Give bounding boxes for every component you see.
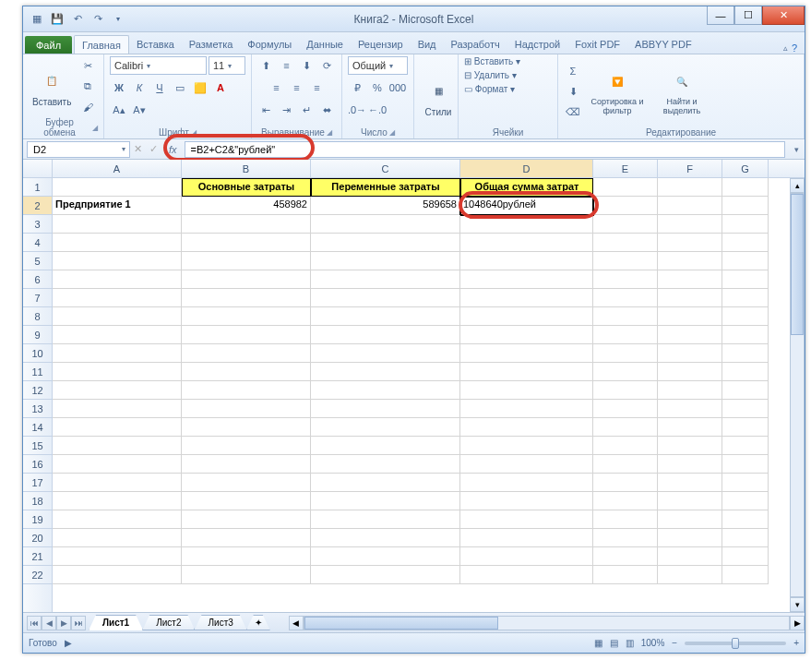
cell-F14[interactable] — [658, 418, 722, 437]
cell-F18[interactable] — [658, 492, 722, 510]
name-box[interactable]: D2 ▾ — [27, 141, 130, 158]
cell-C18[interactable] — [311, 492, 460, 510]
cell-A4[interactable] — [53, 234, 182, 252]
font-name-combo[interactable]: Calibri▾ — [110, 56, 207, 75]
cell-C20[interactable] — [311, 529, 460, 547]
cell-D20[interactable] — [460, 529, 593, 547]
cell-D22[interactable] — [460, 566, 593, 584]
cell-E10[interactable] — [593, 344, 658, 363]
row-header-20[interactable]: 20 — [23, 529, 52, 547]
cell-G16[interactable] — [722, 455, 769, 474]
cell-A10[interactable] — [53, 344, 182, 363]
cell-C16[interactable] — [311, 455, 460, 474]
zoom-level[interactable]: 100% — [641, 638, 665, 648]
save-icon[interactable]: 💾 — [49, 11, 66, 28]
cell-F19[interactable] — [658, 510, 722, 529]
cell-G19[interactable] — [722, 510, 769, 529]
cell-C17[interactable] — [311, 474, 460, 492]
insert-cells-button[interactable]: ⊞ Вставить ▾ — [464, 56, 520, 66]
row-header-2[interactable]: 2 — [23, 197, 52, 215]
cell-F1[interactable] — [658, 178, 722, 197]
ribbon-tab-0[interactable]: Главная — [74, 35, 129, 54]
cell-C10[interactable] — [311, 344, 460, 363]
fx-icon[interactable]: fx — [161, 144, 185, 155]
cell-D15[interactable] — [460, 437, 593, 455]
cell-E15[interactable] — [593, 437, 658, 455]
row-header-3[interactable]: 3 — [23, 215, 52, 234]
vscroll-track[interactable] — [790, 193, 805, 597]
scroll-up-icon[interactable]: ▴ — [790, 178, 805, 193]
new-sheet-button[interactable]: ✦ — [246, 615, 270, 630]
row-header-19[interactable]: 19 — [23, 510, 52, 529]
decrease-indent-icon[interactable]: ⇤ — [257, 101, 276, 119]
cell-E5[interactable] — [593, 252, 658, 270]
tab-next-icon[interactable]: ▶ — [56, 616, 71, 630]
view-normal-icon[interactable]: ▦ — [594, 638, 602, 648]
cell-E17[interactable] — [593, 474, 658, 492]
cell-E9[interactable] — [593, 326, 658, 344]
cell-B14[interactable] — [182, 418, 311, 437]
shrink-font-icon[interactable]: A▾ — [130, 101, 149, 119]
autosum-icon[interactable]: Σ — [564, 62, 582, 80]
row-header-15[interactable]: 15 — [23, 437, 52, 455]
merge-icon[interactable]: ⬌ — [318, 101, 337, 119]
cell-F22[interactable] — [658, 566, 722, 584]
cell-D14[interactable] — [460, 418, 593, 437]
cell-G17[interactable] — [722, 474, 769, 492]
cell-B17[interactable] — [182, 474, 311, 492]
cell-F16[interactable] — [658, 455, 722, 474]
cell-E3[interactable] — [593, 215, 658, 234]
cell-E1[interactable] — [593, 178, 658, 197]
cell-A11[interactable] — [53, 363, 182, 381]
cell-E16[interactable] — [593, 455, 658, 474]
cell-G7[interactable] — [722, 289, 769, 307]
row-header-18[interactable]: 18 — [23, 492, 52, 510]
decrease-decimal-icon[interactable]: ←.0 — [368, 101, 387, 119]
comma-icon[interactable]: 000 — [388, 78, 407, 97]
cell-B15[interactable] — [182, 437, 311, 455]
cell-F10[interactable] — [658, 344, 722, 363]
cell-F20[interactable] — [658, 529, 722, 547]
cell-A6[interactable] — [53, 270, 182, 289]
sheet-tab-0[interactable]: Лист1 — [89, 615, 143, 630]
cell-F11[interactable] — [658, 363, 722, 381]
cell-C4[interactable] — [311, 234, 460, 252]
align-middle-icon[interactable]: ≡ — [278, 56, 296, 75]
increase-decimal-icon[interactable]: .0→ — [348, 101, 366, 119]
cell-A2[interactable]: Предприятие 1 — [53, 197, 182, 215]
ribbon-help[interactable]: ▵ ? — [776, 42, 805, 54]
cell-E11[interactable] — [593, 363, 658, 381]
cell-G5[interactable] — [722, 252, 769, 270]
cell-E18[interactable] — [593, 492, 658, 510]
cell-G18[interactable] — [722, 492, 769, 510]
cell-C9[interactable] — [311, 326, 460, 344]
cell-A21[interactable] — [53, 547, 182, 566]
fill-color-button[interactable]: 🟨 — [191, 78, 209, 97]
number-format-combo[interactable]: Общий▾ — [348, 56, 408, 75]
cut-icon[interactable]: ✂ — [78, 57, 97, 76]
sheet-tab-1[interactable]: Лист2 — [142, 615, 195, 630]
cell-F4[interactable] — [658, 234, 722, 252]
undo-icon[interactable]: ↶ — [69, 11, 86, 28]
cell-E7[interactable] — [593, 289, 658, 307]
cell-C1[interactable]: Переменные затраты — [311, 178, 460, 197]
tab-prev-icon[interactable]: ◀ — [42, 616, 56, 630]
vertical-scrollbar[interactable]: ▴ ▾ — [790, 178, 805, 612]
cell-G3[interactable] — [722, 215, 769, 234]
horizontal-scrollbar[interactable]: ◀ ▶ — [289, 616, 805, 630]
cell-C14[interactable] — [311, 418, 460, 437]
col-header-B[interactable]: B — [182, 160, 311, 177]
underline-button[interactable]: Ч — [150, 78, 169, 97]
clipboard-launcher-icon[interactable]: ◢ — [92, 124, 98, 132]
format-cells-button[interactable]: ▭ Формат ▾ — [464, 84, 515, 94]
row-header-8[interactable]: 8 — [23, 307, 52, 326]
cell-G8[interactable] — [722, 307, 769, 326]
format-painter-icon[interactable]: 🖌 — [78, 98, 97, 116]
row-header-14[interactable]: 14 — [23, 418, 52, 437]
cell-A3[interactable] — [53, 215, 182, 234]
cell-E12[interactable] — [593, 381, 658, 400]
tab-first-icon[interactable]: ⏮ — [27, 616, 42, 630]
cell-F7[interactable] — [658, 289, 722, 307]
cell-B21[interactable] — [182, 547, 311, 566]
cell-G11[interactable] — [722, 363, 769, 381]
